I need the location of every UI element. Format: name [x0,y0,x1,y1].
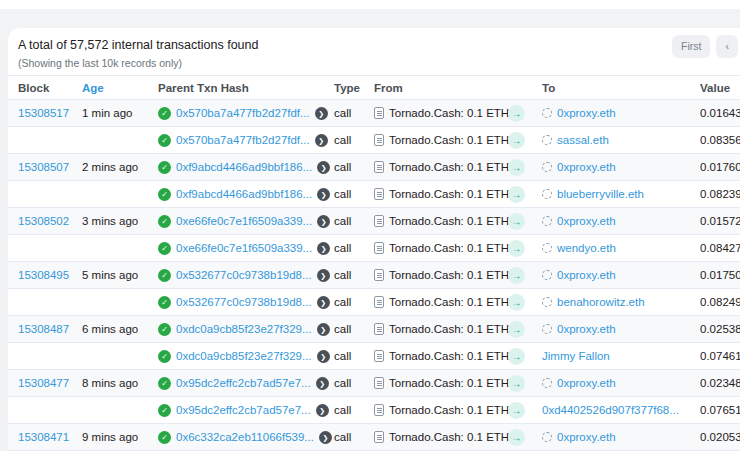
value-text: 0.0835655 [700,134,740,146]
value-text: 0.0164344 [700,107,740,119]
header-age-toggle[interactable]: Age [82,82,158,94]
value-text: 0.0765180 [700,404,740,416]
contract-document-icon [374,242,384,254]
block-link[interactable]: 15308495 [18,269,69,281]
ens-dashed-circle-icon [542,108,552,118]
to-address-link[interactable]: blueberryville.eth [557,188,644,200]
chevron-right-circle-icon[interactable]: ❯ [317,269,330,282]
txn-success-check-icon: ✓ [158,377,171,390]
parent-txn-hash-link[interactable]: 0xf9abcd4466ad9bbf186... [176,161,312,173]
from-address-name: Tornado.Cash: 0.1 ETH [389,242,509,254]
parent-txn-hash-link[interactable]: 0x570ba7a477fb2d27fdf... [176,107,310,119]
direction-arrow-right-icon: → [508,240,525,257]
to-address-link[interactable]: 0xproxy.eth [557,215,616,227]
ens-dashed-circle-icon [542,270,552,280]
pagination-first-button[interactable]: First [672,35,710,58]
chevron-right-circle-icon[interactable]: ❯ [319,431,332,444]
type-text: call [334,134,374,146]
parent-txn-hash-link[interactable]: 0x532677c0c9738b19d8... [176,296,312,308]
value-text: 0.0205325 [700,431,740,443]
parent-txn-hash-link[interactable]: 0x6c332ca2eb11066f539... [176,431,314,443]
direction-arrow-right-icon: → [508,348,525,365]
from-address-name: Tornado.Cash: 0.1 ETH [389,323,509,335]
parent-txn-hash-link[interactable]: 0xe66fe0c7e1f6509a339... [176,242,312,254]
chevron-right-circle-icon[interactable]: ❯ [317,242,330,255]
block-link[interactable]: 15308477 [18,377,69,389]
parent-txn-hash-link[interactable]: 0x95dc2effc2cb7ad57e7... [176,377,311,389]
to-address-link[interactable]: 0xproxy.eth [557,323,616,335]
block-link[interactable]: 15308517 [18,107,69,119]
age-text: 8 mins ago [82,377,158,389]
header-to: To [542,82,700,94]
value-text: 0.0175017 [700,269,740,281]
to-address-link[interactable]: 0xproxy.eth [557,269,616,281]
table-row: 15308487 6 mins ago ✓ 0xdc0a9cb85f23e27f… [8,316,740,343]
chevron-right-circle-icon[interactable]: ❯ [316,377,329,390]
header-from: From [374,82,508,94]
to-address-link[interactable]: 0xproxy.eth [557,107,616,119]
parent-txn-hash-link[interactable]: 0xe66fe0c7e1f6509a339... [176,215,312,227]
parent-txn-hash-link[interactable]: 0x95dc2effc2cb7ad57e7... [176,404,311,416]
value-text: 0.0823938 [700,188,740,200]
chevron-right-circle-icon[interactable]: ❯ [317,350,330,363]
ens-dashed-circle-icon [542,189,552,199]
chevron-right-circle-icon[interactable]: ❯ [315,107,328,120]
table-row: 15308495 5 mins ago ✓ 0x532677c0c9738b19… [8,262,740,289]
to-address-link[interactable]: 0xproxy.eth [557,161,616,173]
contract-document-icon [374,161,384,173]
direction-arrow-right-icon: → [508,213,525,230]
to-address-link[interactable]: 0xproxy.eth [557,377,616,389]
age-text: 2 mins ago [82,161,158,173]
to-address-link[interactable]: benahorowitz.eth [557,296,645,308]
to-address-link[interactable]: 0xd4402526d907f377f68... [542,404,679,416]
pagination-prev-button[interactable]: ‹ [716,35,738,58]
type-text: call [334,404,374,416]
type-text: call [334,188,374,200]
parent-txn-hash-link[interactable]: 0x532677c0c9738b19d8... [176,269,312,281]
ens-dashed-circle-icon [542,135,552,145]
chevron-right-circle-icon[interactable]: ❯ [316,404,329,417]
chevron-right-circle-icon[interactable]: ❯ [317,296,330,309]
from-address-name: Tornado.Cash: 0.1 ETH [389,161,509,173]
block-link[interactable]: 15308471 [18,431,69,443]
block-link[interactable]: 15308502 [18,215,69,227]
block-link[interactable]: 15308507 [18,161,69,173]
ens-dashed-circle-icon [542,216,552,226]
value-text: 0.0746125 [700,350,740,362]
value-text: 0.0253874 [700,323,740,335]
block-link[interactable]: 15308487 [18,323,69,335]
direction-arrow-right-icon: → [508,321,525,338]
type-text: call [334,269,374,281]
to-address-link[interactable]: wendyo.eth [557,242,616,254]
table-row: 15308507 2 mins ago ✓ 0xf9abcd4466ad9bbf… [8,154,740,181]
header-value: Value [700,82,740,94]
direction-arrow-right-icon: → [508,402,525,419]
to-address-link[interactable]: Jimmy Fallon [542,350,610,362]
parent-txn-hash-link[interactable]: 0xdc0a9cb85f23e27f329... [176,323,312,335]
txn-success-check-icon: ✓ [158,350,171,363]
chevron-right-circle-icon[interactable]: ❯ [315,134,328,147]
chevron-right-circle-icon[interactable]: ❯ [317,161,330,174]
chevron-right-circle-icon[interactable]: ❯ [317,323,330,336]
parent-txn-hash-link[interactable]: 0xdc0a9cb85f23e27f329... [176,350,312,362]
contract-document-icon [374,323,384,335]
to-address-link[interactable]: sassal.eth [557,134,609,146]
chevron-right-circle-icon[interactable]: ❯ [317,188,330,201]
contract-document-icon [374,269,384,281]
to-address-link[interactable]: 0xproxy.eth [557,431,616,443]
table-row: ✓ 0x95dc2effc2cb7ad57e7... ❯ call Tornad… [8,397,740,424]
records-limit-note: (Showing the last 10k records only) [18,57,740,69]
table-body: 15308517 1 min ago ✓ 0x570ba7a477fb2d27f… [8,100,740,451]
txn-success-check-icon: ✓ [158,404,171,417]
type-text: call [334,350,374,362]
header-type: Type [334,82,374,94]
parent-txn-hash-link[interactable]: 0x570ba7a477fb2d27fdf... [176,134,310,146]
chevron-right-circle-icon[interactable]: ❯ [317,215,330,228]
parent-txn-hash-link[interactable]: 0xf9abcd4466ad9bbf186... [176,188,312,200]
direction-arrow-right-icon: → [508,429,525,446]
contract-document-icon [374,404,384,416]
table-row: 15308477 8 mins ago ✓ 0x95dc2effc2cb7ad5… [8,370,740,397]
age-text: 5 mins ago [82,269,158,281]
header-block: Block [18,82,82,94]
table-row: 15308471 9 mins ago ✓ 0x6c332ca2eb11066f… [8,424,740,451]
